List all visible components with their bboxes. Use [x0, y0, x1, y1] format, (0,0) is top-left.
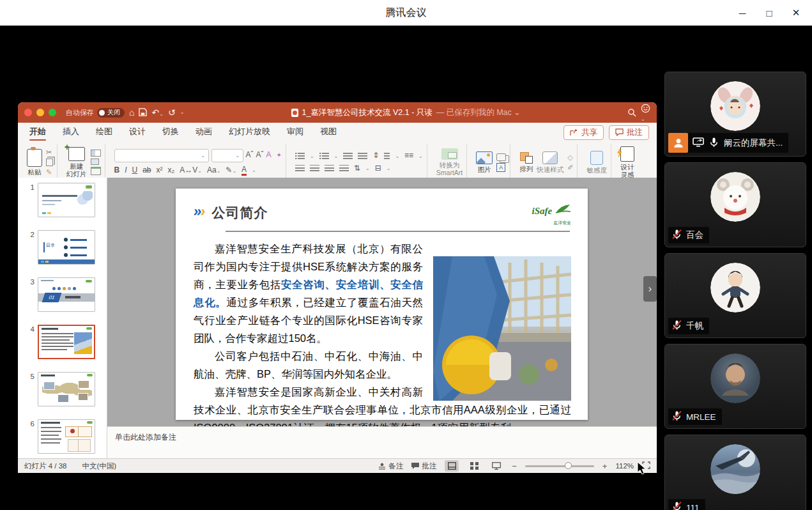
- collapse-panel-chevron[interactable]: ›: [643, 276, 657, 302]
- copy-icon[interactable]: [46, 158, 53, 166]
- new-slide-button[interactable]: 新建幻灯片: [66, 147, 87, 178]
- pen-icon[interactable]: ✎⌄: [226, 166, 236, 175]
- notes-pane[interactable]: 单击此处添加备注: [107, 426, 657, 458]
- current-slide[interactable]: » › 公司简介 iSafe 嘉洋安全: [176, 189, 588, 420]
- tab-开始[interactable]: 开始: [29, 123, 46, 142]
- increase-indent-icon[interactable]: [358, 153, 367, 160]
- format-painter-icon[interactable]: ✎: [46, 168, 53, 176]
- zoom-percentage[interactable]: 112%: [615, 462, 634, 470]
- slide-thumbnail-2[interactable]: 2目录: [18, 230, 107, 265]
- thumbnail-preview-toc[interactable]: 目录: [38, 230, 95, 265]
- comments-button[interactable]: 批注: [609, 125, 649, 140]
- picture-button[interactable]: 图片: [476, 151, 493, 173]
- arrange-button[interactable]: 排列: [519, 152, 533, 173]
- tab-审阅[interactable]: 审阅: [287, 123, 303, 142]
- participant-tile-2[interactable]: 百会: [664, 162, 806, 247]
- zoom-slider-thumb[interactable]: [565, 462, 572, 469]
- bullets-icon[interactable]: [295, 153, 305, 160]
- align-left-icon[interactable]: [295, 165, 305, 172]
- subscript-icon[interactable]: x₂: [168, 166, 175, 175]
- superscript-icon[interactable]: x²: [157, 166, 163, 175]
- align-text-icon[interactable]: ⊟: [375, 164, 381, 173]
- tab-视图[interactable]: 视图: [320, 123, 337, 142]
- columns-icon[interactable]: ≡≡: [404, 151, 413, 160]
- underline-icon[interactable]: U: [132, 166, 138, 175]
- tab-绘图[interactable]: 绘图: [96, 123, 112, 142]
- slide-sorter-view-button[interactable]: [467, 460, 481, 472]
- normal-view-button[interactable]: [445, 460, 459, 472]
- font-name-select[interactable]: ⌄: [114, 149, 209, 162]
- traffic-light-close[interactable]: [24, 109, 32, 116]
- smiley-icon[interactable]: ⌄: [641, 104, 650, 122]
- comments-toggle-button[interactable]: 批注: [411, 461, 436, 471]
- share-button[interactable]: 共享: [563, 125, 604, 140]
- design-ideas-button[interactable]: 设计灵感: [620, 146, 634, 178]
- notes-toggle-button[interactable]: 备注: [378, 461, 403, 471]
- slide-thumbnail-4[interactable]: 4: [18, 325, 107, 359]
- text-direction-icon[interactable]: ⇅: [354, 164, 360, 173]
- zoom-slider[interactable]: [525, 465, 594, 467]
- textbox-icon[interactable]: A: [496, 163, 505, 172]
- participant-tile-4[interactable]: MRLEE: [664, 344, 806, 429]
- paste-button[interactable]: 粘贴: [27, 149, 42, 176]
- slideshow-view-button[interactable]: [489, 460, 503, 472]
- slide-thumbnail-3[interactable]: 301: [18, 277, 107, 312]
- save-icon[interactable]: [139, 108, 147, 118]
- tab-动画[interactable]: 动画: [195, 123, 212, 142]
- layout-icon[interactable]: [91, 150, 101, 157]
- line-spacing-icon[interactable]: ⇕: [372, 151, 390, 160]
- thumbnail-preview-map[interactable]: [38, 372, 95, 406]
- shrink-font-icon[interactable]: Aˇ: [256, 151, 264, 160]
- smartart-button[interactable]: 转换为SmartArt: [436, 148, 463, 176]
- home-icon[interactable]: ⌂: [129, 108, 134, 117]
- tab-切换[interactable]: 切换: [162, 123, 179, 142]
- thumbnail-preview-title[interactable]: [38, 183, 95, 217]
- fill-icon[interactable]: ◇: [567, 153, 573, 162]
- reset-layout-icon[interactable]: [91, 158, 99, 165]
- align-right-icon[interactable]: [325, 165, 334, 172]
- thumbnail-preview-section[interactable]: 01: [38, 277, 95, 312]
- undo-icon[interactable]: ↶⌄: [151, 108, 163, 117]
- clear-format-icon[interactable]: A✦: [266, 151, 282, 160]
- traffic-light-minimize[interactable]: [36, 109, 44, 116]
- slide-thumbnail-5[interactable]: 5: [18, 372, 107, 406]
- zoom-in-icon[interactable]: +: [602, 461, 608, 471]
- strikethrough-icon[interactable]: ab: [142, 166, 151, 175]
- italic-icon[interactable]: I: [125, 166, 126, 175]
- close-icon[interactable]: ✕: [790, 7, 802, 19]
- minimize-icon[interactable]: ─: [737, 8, 748, 19]
- outline-pen-icon[interactable]: ✐: [567, 164, 573, 172]
- doc-save-status[interactable]: — 已保存到我的 Mac ⌄: [436, 107, 521, 118]
- grow-font-icon[interactable]: Aˆ: [246, 151, 254, 160]
- participant-tile-1[interactable]: 阚云的屏幕共...: [664, 72, 806, 157]
- participant-tile-5[interactable]: 111: [664, 435, 806, 510]
- tab-插入[interactable]: 插入: [63, 123, 79, 142]
- traffic-light-zoom[interactable]: [49, 109, 56, 116]
- thumbnail-preview-certs[interactable]: [38, 419, 95, 454]
- font-size-select[interactable]: ⌄: [211, 149, 243, 162]
- quick-styles-button[interactable]: 快速样式: [537, 151, 563, 173]
- thumbnail-preview-content[interactable]: [38, 325, 95, 359]
- justify-icon[interactable]: [339, 165, 349, 172]
- bold-icon[interactable]: B: [114, 166, 120, 175]
- numbering-icon[interactable]: [319, 153, 329, 160]
- decrease-indent-icon[interactable]: [343, 153, 353, 160]
- redo-icon[interactable]: ↺: [168, 108, 176, 117]
- zoom-out-icon[interactable]: −: [512, 461, 517, 471]
- tab-幻灯片放映[interactable]: 幻灯片放映: [229, 123, 270, 142]
- change-case-icon[interactable]: Aa⌄: [207, 166, 220, 175]
- section-icon[interactable]: [91, 167, 101, 175]
- sensitivity-button[interactable]: 敏感度: [586, 151, 607, 174]
- participant-tile-3[interactable]: 千帆: [664, 253, 806, 338]
- character-spacing-icon[interactable]: A↔V⌄: [180, 166, 202, 175]
- search-icon[interactable]: [627, 108, 636, 117]
- tab-设计[interactable]: 设计: [129, 123, 146, 142]
- maximize-icon[interactable]: □: [763, 8, 775, 19]
- shapes-icon[interactable]: [496, 153, 506, 161]
- slide-thumbnail-1[interactable]: 1: [18, 183, 107, 217]
- autosave-toggle[interactable]: 自动保存 关闭: [66, 108, 125, 118]
- slide-thumbnail-6[interactable]: 6: [18, 419, 107, 454]
- language-indicator[interactable]: 中文(中国): [82, 461, 116, 471]
- toolbar-customize-icon[interactable]: ⌄: [180, 110, 185, 115]
- font-color-icon[interactable]: A: [241, 166, 247, 176]
